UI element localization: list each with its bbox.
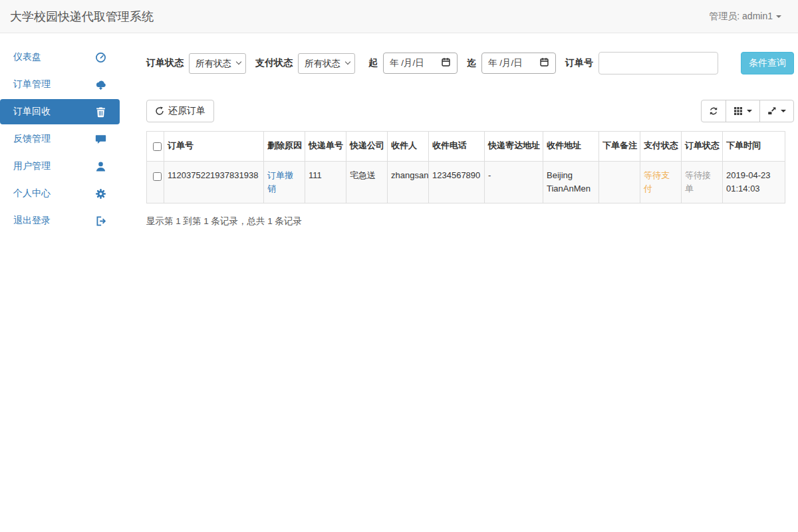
col-tracking-no: 快递单号 (305, 132, 346, 162)
sidebar-item-label: 反馈管理 (13, 133, 51, 145)
date-from-input[interactable]: 年 /月/日 (383, 53, 458, 74)
records-summary: 显示第 1 到第 1 条记录，总共 1 条记录 (146, 215, 794, 227)
order-no-input[interactable] (598, 52, 718, 74)
calendar-icon[interactable] (539, 57, 549, 69)
refresh-button[interactable] (701, 100, 726, 122)
table-row: 1120375221937831938 订单撤销 111 宅急送 zhangsa… (147, 162, 785, 203)
calendar-icon[interactable] (441, 57, 451, 69)
col-order-no: 订单号 (164, 132, 264, 162)
comment-icon (95, 134, 106, 145)
date-to-input[interactable]: 年 /月/日 (481, 53, 556, 74)
row-checkbox[interactable] (153, 172, 162, 181)
cell-order-no: 1120375221937831938 (164, 162, 264, 203)
col-pay-status: 支付状态 (640, 132, 682, 162)
col-order-time: 下单时间 (723, 132, 785, 162)
dashboard-icon (95, 52, 106, 63)
cell-tracking-no: 111 (305, 162, 346, 203)
admin-user-menu[interactable]: 管理员: admin1 (709, 11, 781, 23)
sidebar-item-label: 仪表盘 (13, 51, 41, 63)
filter-bar: 订单状态 所有状态 支付状态 所有状态 起 年 /月/日 (146, 52, 794, 74)
table-header-row: 订单号 删除原因 快递单号 快递公司 收件人 收件电话 快递寄达地址 收件地址 … (147, 132, 785, 162)
cell-recipient: zhangsan (388, 162, 429, 203)
sidebar-item-user-management[interactable]: 用户管理 (0, 154, 120, 179)
date-placeholder: 年 /月/日 (390, 57, 424, 69)
date-to-label: 迄 (467, 57, 476, 69)
pay-status-select[interactable]: 所有状态 (298, 53, 355, 74)
refresh-icon (709, 106, 718, 116)
order-status-label: 订单状态 (146, 57, 184, 69)
order-no-label: 订单号 (565, 57, 593, 69)
main-content: 订单状态 所有状态 支付状态 所有状态 起 年 /月/日 (120, 33, 798, 227)
sidebar-item-dashboard[interactable]: 仪表盘 (0, 45, 120, 70)
table-actions-group (701, 100, 794, 122)
sidebar-item-feedback-management[interactable]: 反馈管理 (0, 126, 120, 152)
gear-icon (95, 188, 106, 200)
logout-icon (95, 215, 106, 227)
sidebar: 仪表盘 订单管理 订单回收 (0, 33, 120, 235)
cell-order-time: 2019-04-23 01:14:03 (723, 162, 785, 203)
sidebar-item-personal-center[interactable]: 个人中心 (0, 181, 120, 206)
search-button[interactable]: 条件查询 (741, 52, 794, 74)
col-order-status: 订单状态 (682, 132, 723, 162)
select-all-checkbox[interactable] (153, 142, 162, 151)
chevron-down-icon (781, 110, 786, 112)
col-delete-reason: 删除原因 (264, 132, 305, 162)
cell-pay-status: 等待支付 (640, 162, 682, 203)
sidebar-item-order-management[interactable]: 订单管理 (0, 72, 120, 97)
restore-order-label: 还原订单 (168, 105, 205, 117)
top-navbar: 大学校园快递代取管理系统 管理员: admin1 (0, 0, 798, 33)
orders-table: 订单号 删除原因 快递单号 快递公司 收件人 收件电话 快递寄达地址 收件地址 … (146, 131, 785, 203)
col-recipient-address: 收件地址 (543, 132, 599, 162)
sidebar-item-label: 订单回收 (13, 106, 51, 118)
columns-grid-icon (733, 106, 743, 116)
chevron-down-icon (747, 110, 752, 112)
columns-toggle-button[interactable] (726, 100, 760, 122)
date-placeholder: 年 /月/日 (488, 57, 523, 69)
col-recipient-phone: 收件电话 (429, 132, 485, 162)
sidebar-item-logout[interactable]: 退出登录 (0, 208, 120, 233)
sidebar-item-label: 退出登录 (13, 215, 51, 227)
app-title: 大学校园快递代取管理系统 (10, 9, 154, 25)
delete-reason-link[interactable]: 订单撤销 (267, 170, 293, 194)
sidebar-item-label: 个人中心 (13, 188, 51, 200)
admin-user-label: 管理员: admin1 (709, 11, 773, 23)
pay-status-label: 支付状态 (255, 57, 293, 69)
col-order-remark: 下单备注 (599, 132, 640, 162)
cloud-download-icon (95, 79, 106, 90)
cell-recipient-address: Beijing TianAnMen (543, 162, 599, 203)
col-courier-company: 快递公司 (346, 132, 388, 162)
export-icon (767, 106, 777, 116)
cell-delivery-address: - (485, 162, 543, 203)
date-from-label: 起 (368, 57, 378, 69)
cell-order-status: 等待接单 (682, 162, 723, 203)
sidebar-item-label: 订单管理 (13, 78, 51, 90)
user-icon (95, 161, 106, 172)
col-delivery-address: 快递寄达地址 (485, 132, 543, 162)
restore-order-button[interactable]: 还原订单 (146, 100, 214, 122)
order-status-select[interactable]: 所有状态 (189, 53, 246, 74)
sidebar-item-order-recycle[interactable]: 订单回收 (0, 99, 120, 124)
cell-courier-company: 宅急送 (346, 162, 388, 203)
restore-icon (155, 106, 164, 116)
cell-recipient-phone: 1234567890 (429, 162, 485, 203)
cell-order-remark (599, 162, 640, 203)
table-toolbar: 还原订单 (146, 100, 794, 122)
chevron-down-icon (776, 15, 781, 18)
sidebar-item-label: 用户管理 (13, 160, 51, 172)
col-recipient: 收件人 (388, 132, 429, 162)
export-button[interactable] (759, 100, 794, 122)
trash-icon (95, 106, 106, 118)
